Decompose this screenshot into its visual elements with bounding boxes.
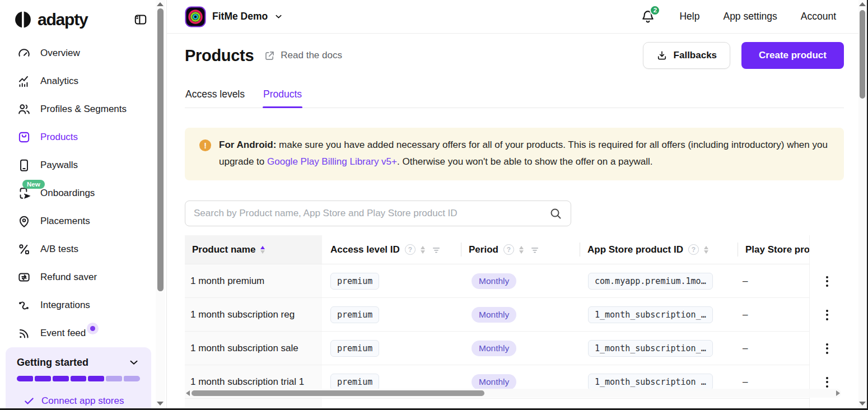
sidebar: adapty Overview Analytics Profiles & Seg… [0, 0, 156, 410]
sidebar-scrollbar-thumb[interactable] [157, 8, 164, 291]
android-warning-banner: ! For Android: make sure you have added … [185, 128, 844, 180]
filter-icon[interactable] [431, 245, 441, 255]
column-label: App Store product ID [587, 244, 683, 255]
row-menu-button[interactable] [810, 264, 844, 298]
access-level-chip[interactable]: premium [330, 340, 379, 357]
scroll-left-arrow[interactable] [186, 390, 190, 396]
filter-icon[interactable] [530, 245, 540, 255]
app-store-id-chip[interactable]: 1_month_subscription … [588, 374, 713, 390]
period-badge: Monthly [472, 374, 516, 390]
scroll-up-arrow[interactable] [859, 2, 866, 6]
page-scrollbar-thumb[interactable] [860, 10, 865, 99]
app-switcher[interactable]: FitMe Demo [185, 6, 283, 27]
access-level-chip[interactable]: premium [330, 306, 379, 323]
app-store-id-cell: com.myapp.premium.1mo… [580, 273, 738, 290]
app-store-id-cell: 1_month_subscription_… [580, 306, 738, 323]
sidebar-item-label: Onboardings [40, 188, 95, 199]
notifications-bell-icon[interactable]: 2 [640, 9, 656, 25]
notification-count-badge: 2 [650, 5, 660, 16]
sort-icon[interactable] [260, 246, 265, 254]
help-icon[interactable]: ? [503, 244, 514, 255]
app-store-id-chip[interactable]: com.myapp.premium.1mo… [588, 273, 713, 290]
column-header-play-store-id[interactable]: Play Store product ID [738, 235, 809, 264]
column-label: Product name [192, 244, 255, 255]
sidebar-scrollbar[interactable] [156, 0, 165, 410]
column-header-access-level[interactable]: Access level ID ? [330, 235, 461, 264]
connect-app-stores-link[interactable]: Connect app stores [17, 395, 140, 407]
column-label: Play Store product ID [745, 244, 809, 255]
sidebar-collapse-icon[interactable] [133, 12, 148, 27]
tab-access-levels[interactable]: Access levels [185, 83, 245, 108]
scroll-down-arrow[interactable] [859, 402, 866, 406]
column-header-app-store-id[interactable]: App Store product ID ? [580, 235, 738, 264]
sort-icon[interactable] [704, 246, 708, 254]
banner-text: For Android: make sure you have added ne… [219, 137, 829, 171]
sidebar-item-profiles-segments[interactable]: Profiles & Segments [0, 95, 156, 123]
sidebar-item-label: Integrations [40, 300, 90, 311]
account-link[interactable]: Account [801, 11, 836, 22]
app-store-id-chip[interactable]: 1_month_subscription_… [588, 340, 713, 357]
sidebar-nav: Overview Analytics Profiles & Segments P… [0, 35, 156, 347]
play-store-id-cell: – [738, 276, 809, 287]
app-settings-link[interactable]: App settings [723, 11, 777, 22]
sidebar-item-products[interactable]: Products [0, 123, 156, 151]
product-name-cell [185, 399, 322, 408]
column-header-product-name[interactable]: Product name [185, 235, 322, 264]
sidebar-item-analytics[interactable]: Analytics [0, 67, 156, 95]
column-header-period[interactable]: Period ? [461, 235, 580, 264]
read-the-docs-link[interactable]: Read the docs [264, 50, 342, 62]
scroll-up-arrow[interactable] [157, 2, 164, 6]
horizontal-scrollbar[interactable] [186, 389, 841, 398]
app-store-id-cell: 1_month_subscription … [580, 374, 738, 390]
sort-icon[interactable] [421, 246, 425, 254]
fallbacks-button[interactable]: Fallbacks [643, 42, 731, 69]
sidebar-item-placements[interactable]: Placements [0, 207, 156, 235]
getting-started-header[interactable]: Getting started [17, 356, 140, 369]
sidebar-item-refund-saver[interactable]: Refund saver [0, 263, 156, 291]
sort-icon[interactable] [519, 246, 524, 254]
table-row[interactable]: 1 month subscription sale premium Monthl… [185, 332, 809, 365]
page-scrollbar[interactable] [858, 0, 867, 410]
sidebar-item-ab-tests[interactable]: A/B tests [0, 235, 156, 263]
row-menu-button[interactable] [810, 298, 844, 332]
app-icon [185, 6, 206, 27]
play-store-id-cell: – [738, 343, 809, 354]
table-row[interactable]: 1 month premium premium Monthly com.myap… [185, 264, 809, 298]
horizontal-scrollbar-thumb[interactable] [192, 390, 484, 396]
access-level-cell: premium [330, 374, 461, 390]
google-play-billing-link[interactable]: Google Play Billing Library v5+ [267, 156, 397, 167]
search-input[interactable] [194, 208, 549, 219]
table-row[interactable]: 1 month subscription reg premium Monthly… [185, 298, 809, 332]
period-cell: Monthly [461, 341, 580, 356]
sidebar-item-label: Analytics [40, 76, 78, 87]
table-header: Product name Access level ID ? Period ? … [185, 235, 809, 264]
help-icon[interactable]: ? [688, 244, 699, 255]
read-the-docs-label: Read the docs [281, 50, 342, 61]
sidebar-item-paywalls[interactable]: Paywalls [0, 151, 156, 179]
sidebar-item-onboardings[interactable]: New Onboardings [0, 179, 156, 207]
sidebar-item-integrations[interactable]: Integrations [0, 291, 156, 319]
sidebar-item-label: Paywalls [40, 160, 78, 171]
kebab-icon [826, 310, 828, 320]
fallbacks-label: Fallbacks [674, 50, 717, 61]
getting-started-title: Getting started [17, 357, 88, 369]
access-level-chip[interactable]: premium [330, 273, 379, 290]
row-menu-button[interactable] [810, 332, 844, 365]
integrations-route-icon [17, 298, 31, 313]
scroll-right-arrow[interactable] [836, 390, 840, 396]
shopping-bag-icon [17, 130, 31, 145]
search-icon[interactable] [549, 207, 562, 220]
tab-products[interactable]: Products [263, 83, 302, 108]
help-icon[interactable]: ? [405, 244, 416, 255]
sidebar-item-overview[interactable]: Overview [0, 39, 156, 67]
app-store-id-chip[interactable]: 1_month_subscription_… [588, 306, 713, 323]
adapty-logo-icon [13, 10, 32, 29]
create-product-button[interactable]: Create product [741, 42, 844, 69]
help-link[interactable]: Help [679, 11, 699, 22]
chevron-down-icon[interactable] [128, 356, 140, 369]
scroll-down-arrow[interactable] [157, 402, 164, 406]
access-level-chip[interactable]: premium [330, 374, 379, 390]
warning-icon: ! [199, 139, 211, 151]
product-name-cell: 1 month subscription sale [185, 332, 322, 365]
sidebar-item-event-feed[interactable]: Event feed [0, 319, 156, 347]
